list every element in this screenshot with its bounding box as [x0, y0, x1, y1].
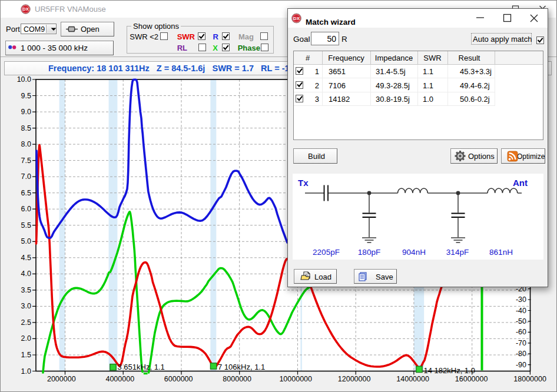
svg-text:6.0: 6.0: [21, 205, 31, 213]
svg-text:4.0: 4.0: [21, 270, 31, 278]
svg-text:1.5: 1.5: [21, 351, 31, 359]
svg-text:10.0: 10.0: [17, 75, 31, 84]
svg-text:2.0: 2.0: [21, 334, 31, 343]
svg-text:4000000: 4000000: [105, 375, 134, 383]
svg-text:14000000: 14000000: [396, 375, 429, 383]
svg-text:7 106kHz, 1.1: 7 106kHz, 1.1: [218, 363, 265, 371]
svg-text:-30: -30: [516, 295, 526, 304]
svg-text:-40: -40: [516, 307, 526, 315]
svg-text:8.0: 8.0: [21, 140, 31, 148]
svg-text:3.0: 3.0: [21, 302, 31, 310]
svg-text:12000000: 12000000: [338, 375, 371, 383]
svg-text:2.5: 2.5: [21, 318, 31, 327]
svg-text:3.5: 3.5: [21, 286, 31, 294]
svg-text:6.5: 6.5: [21, 189, 31, 197]
svg-text:8000000: 8000000: [223, 375, 251, 383]
svg-text:5.0: 5.0: [21, 237, 31, 245]
svg-text:8.5: 8.5: [21, 124, 31, 132]
svg-text:-60: -60: [516, 328, 526, 336]
svg-text:4.5: 4.5: [21, 254, 31, 262]
svg-text:-50: -50: [516, 317, 526, 325]
svg-text:-70: -70: [516, 339, 526, 347]
svg-text:14 182kHz, 1.0: 14 182kHz, 1.0: [424, 366, 475, 375]
svg-text:18000000: 18000000: [513, 375, 546, 383]
svg-text:DX: DX: [293, 16, 300, 21]
svg-text:6000000: 6000000: [164, 375, 193, 383]
svg-text:7.5: 7.5: [21, 157, 31, 165]
svg-text:1.0: 1.0: [21, 367, 31, 376]
svg-text:9.5: 9.5: [21, 92, 31, 100]
svg-text:2000000: 2000000: [47, 375, 76, 383]
svg-text:-80: -80: [516, 350, 526, 358]
svg-text:5.5: 5.5: [21, 221, 31, 230]
svg-text:9.0: 9.0: [21, 108, 31, 116]
svg-text:-90: -90: [516, 361, 526, 369]
svg-text:10000000: 10000000: [279, 375, 312, 383]
svg-text:3 651kHz, 1.1: 3 651kHz, 1.1: [118, 363, 165, 371]
svg-text:7.0: 7.0: [21, 172, 31, 181]
svg-text:16000000: 16000000: [455, 375, 488, 383]
